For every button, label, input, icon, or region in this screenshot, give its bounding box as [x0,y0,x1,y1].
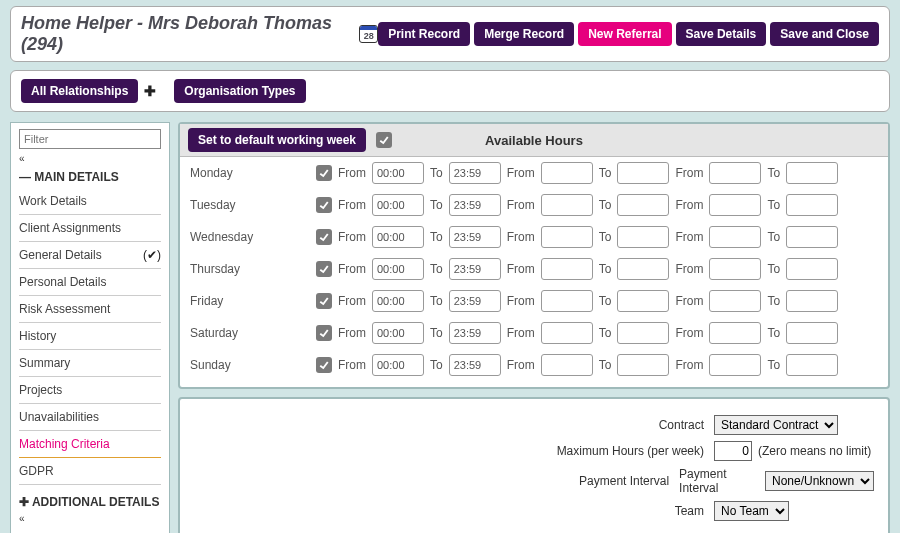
sidebar-item-history[interactable]: History [19,323,161,350]
to-input-1[interactable] [449,290,501,312]
to-input-2[interactable] [617,226,669,248]
from-input-2[interactable] [541,194,593,216]
from-input-3[interactable] [709,258,761,280]
collapse-icon[interactable]: « [19,513,161,524]
from-input-2[interactable] [541,290,593,312]
sidebar-item-label: Summary [19,356,70,370]
from-input-2[interactable] [541,258,593,280]
from-input-1[interactable] [372,322,424,344]
to-input-2[interactable] [617,162,669,184]
to-input-3[interactable] [786,354,838,376]
to-input-2[interactable] [617,194,669,216]
from-input-1[interactable] [372,354,424,376]
to-label: To [430,166,443,180]
contract-label: Contract [194,418,714,432]
to-input-2[interactable] [617,290,669,312]
to-input-3[interactable] [786,290,838,312]
toggle-all-days-checkbox[interactable] [376,132,392,148]
contract-select[interactable]: Standard Contract [714,415,838,435]
max-hours-input[interactable] [714,441,752,461]
sidebar-item-personal-details[interactable]: Personal Details [19,269,161,296]
set-default-week-button[interactable]: Set to default working week [188,128,366,152]
from-input-3[interactable] [709,354,761,376]
to-input-1[interactable] [449,354,501,376]
from-label: From [675,198,703,212]
to-input-1[interactable] [449,258,501,280]
day-name: Sunday [190,358,310,372]
from-input-1[interactable] [372,194,424,216]
merge-record-button[interactable]: Merge Record [474,22,574,46]
day-enabled-checkbox[interactable] [316,165,332,181]
from-input-1[interactable] [372,162,424,184]
from-label: From [675,294,703,308]
sidebar-item-general-details[interactable]: General Details (✔) [19,242,161,269]
payment-interval-select[interactable]: None/Unknown [765,471,874,491]
sidebar-item-client-assignments[interactable]: Client Assignments [19,215,161,242]
to-input-2[interactable] [617,258,669,280]
to-input-1[interactable] [449,322,501,344]
contract-panel: Contract Standard Contract Maximum Hours… [178,397,890,533]
from-input-2[interactable] [541,354,593,376]
save-details-button[interactable]: Save Details [676,22,767,46]
sidebar-item-projects[interactable]: Projects [19,377,161,404]
collapse-icon[interactable]: « [19,153,161,164]
sidebar-item-gdpr[interactable]: GDPR [19,458,161,485]
new-referral-button[interactable]: New Referral [578,22,671,46]
time-slot: FromTo [675,194,838,216]
sidebar-item-unavailabilities[interactable]: Unavailabilities [19,404,161,431]
from-input-3[interactable] [709,322,761,344]
additional-details-heading[interactable]: ✚ ADDITIONAL DETAILS [19,495,161,509]
day-enabled-checkbox[interactable] [316,229,332,245]
from-input-3[interactable] [709,226,761,248]
sidebar-item-summary[interactable]: Summary [19,350,161,377]
from-input-1[interactable] [372,226,424,248]
to-input-3[interactable] [786,162,838,184]
print-record-button[interactable]: Print Record [378,22,470,46]
from-input-3[interactable] [709,194,761,216]
sidebar-item-work-details[interactable]: Work Details [19,188,161,215]
title-bar: Home Helper - Mrs Deborah Thomas (294) 2… [10,6,890,62]
from-label: From [338,294,366,308]
day-enabled-checkbox[interactable] [316,325,332,341]
day-enabled-checkbox[interactable] [316,293,332,309]
to-input-1[interactable] [449,194,501,216]
time-slot: FromTo [338,354,501,376]
day-enabled-checkbox[interactable] [316,261,332,277]
team-label: Team [194,504,714,518]
sidebar-item-matching-criteria[interactable]: Matching Criteria [19,431,161,458]
from-input-2[interactable] [541,226,593,248]
sidebar-item-risk-assessment[interactable]: Risk Assessment [19,296,161,323]
sidebar-item-label: General Details [19,248,102,262]
calendar-icon[interactable]: 28 [359,25,378,43]
day-enabled-checkbox[interactable] [316,197,332,213]
to-label: To [767,326,780,340]
organisation-types-button[interactable]: Organisation Types [174,79,305,103]
to-input-3[interactable] [786,258,838,280]
to-input-2[interactable] [617,354,669,376]
time-slot: FromTo [507,226,670,248]
from-input-1[interactable] [372,290,424,312]
filter-input[interactable] [19,129,161,149]
to-label: To [767,166,780,180]
team-select[interactable]: No Team [714,501,789,521]
from-input-2[interactable] [541,162,593,184]
from-input-1[interactable] [372,258,424,280]
sidebar-item-label: Work Details [19,194,87,208]
to-input-1[interactable] [449,162,501,184]
to-label: To [599,262,612,276]
to-input-2[interactable] [617,322,669,344]
payment-interval-inline-label: Payment Interval [679,467,763,495]
to-input-3[interactable] [786,194,838,216]
to-label: To [599,358,612,372]
to-input-3[interactable] [786,226,838,248]
all-relationships-button[interactable]: All Relationships [21,79,138,103]
to-input-1[interactable] [449,226,501,248]
from-input-3[interactable] [709,162,761,184]
day-enabled-checkbox[interactable] [316,357,332,373]
main-details-heading[interactable]: — MAIN DETAILS [19,170,161,184]
from-input-2[interactable] [541,322,593,344]
add-relationship-icon[interactable]: ✚ [144,83,156,99]
save-close-button[interactable]: Save and Close [770,22,879,46]
from-input-3[interactable] [709,290,761,312]
to-input-3[interactable] [786,322,838,344]
